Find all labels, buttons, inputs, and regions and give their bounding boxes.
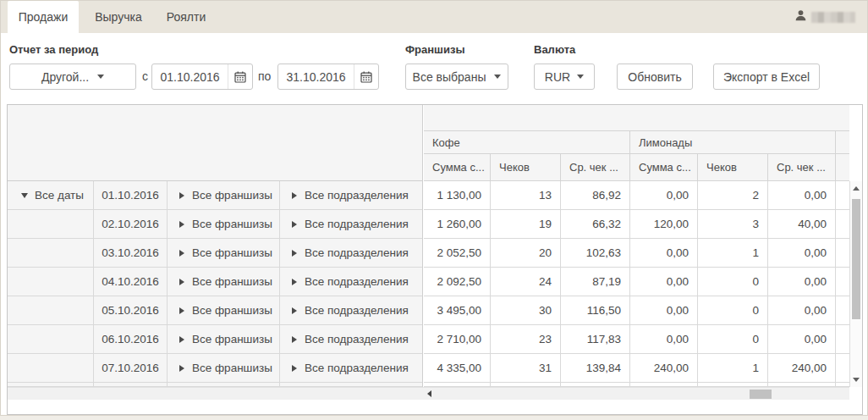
coffee-avg-cell: 117,83	[561, 325, 630, 354]
coffee-sum-cell: 2 052,50	[424, 239, 491, 268]
subheader-avg-check: Ср. чек ...	[768, 154, 836, 181]
table-row: 3 495,00 30 116,50 0,00 0 0,00	[424, 296, 849, 325]
franchise-expander[interactable]: Все франшизы	[168, 296, 280, 325]
lemonade-sum-cell: 0,00	[630, 181, 698, 210]
coffee-checks-cell: 19	[491, 210, 561, 239]
franchise-expander[interactable]: Все франшизы	[168, 268, 280, 296]
horizontal-scrollbar[interactable]	[8, 387, 849, 400]
lemonade-sum-cell: 0,00	[630, 239, 698, 268]
franchise-expander[interactable]: Все франшизы	[168, 210, 280, 239]
expand-icon	[292, 279, 297, 285]
franchises-select[interactable]: Все выбраны	[405, 64, 508, 90]
scroll-down-icon[interactable]	[853, 378, 860, 382]
lemonade-sum-cell: 0,00	[630, 325, 698, 354]
clipped-column-cell	[836, 239, 849, 268]
division-expander[interactable]: Все подразделения	[280, 325, 422, 354]
lemonade-checks-cell: 0	[698, 296, 768, 325]
all-dates-label: Все даты	[35, 189, 84, 202]
expand-icon	[179, 279, 184, 285]
expand-icon	[292, 250, 297, 257]
date-cell: 04.10.2016	[94, 268, 168, 296]
division-label: Все подразделения	[305, 304, 409, 317]
date-cell: 03.10.2016	[94, 239, 168, 268]
report-window: Продажи Выручка Роялти Отчет за период Ф…	[0, 0, 868, 416]
coffee-checks-cell: 31	[491, 354, 561, 383]
calendar-icon[interactable]	[228, 64, 252, 89]
calendar-icon[interactable]	[354, 64, 378, 89]
expand-icon	[179, 221, 184, 228]
franchise-expander[interactable]: Все франшизы	[168, 325, 280, 354]
to-label: по	[258, 69, 271, 83]
subheader-checks: Чеков	[491, 154, 561, 181]
franchise-label: Все франшизы	[192, 189, 272, 202]
period-label: Отчет за период	[9, 43, 98, 56]
date-cell: 02.10.2016	[94, 210, 168, 239]
coffee-checks-cell: 23	[491, 325, 561, 354]
table-row: 2 710,00 23 117,83 0,00 0 0,00	[424, 325, 849, 354]
export-excel-button[interactable]: Экспорт в Excel	[713, 64, 820, 90]
coffee-sum-cell: 4 335,00	[424, 354, 491, 383]
franchise-label: Все франшизы	[192, 333, 272, 345]
tab-revenue[interactable]: Выручка	[85, 1, 151, 33]
division-label: Все подразделения	[305, 333, 409, 345]
lemonade-avg-cell: 240,00	[768, 354, 836, 383]
clipped-column-header	[836, 131, 849, 154]
coffee-avg-cell: 139,84	[561, 354, 630, 383]
division-expander[interactable]: Все подразделения	[280, 181, 422, 210]
empty-group-cell	[8, 210, 94, 239]
tab-royalty[interactable]: Роялти	[158, 1, 214, 33]
lemonade-avg-cell: 0,00	[768, 325, 836, 354]
expand-icon	[179, 307, 184, 314]
vertical-scrollbar[interactable]	[849, 181, 862, 387]
division-label: Все подразделения	[305, 246, 409, 259]
currency-select[interactable]: RUR	[534, 64, 595, 90]
division-expander[interactable]: Все подразделения	[280, 354, 422, 383]
period-preset-select[interactable]: Другой...	[9, 64, 136, 90]
table-row: 07.10.2016 Все франшизы Все подразделени…	[8, 354, 422, 383]
clipped-column-cell	[836, 325, 849, 354]
franchise-label: Все франшизы	[192, 246, 272, 259]
lemonade-checks-cell: 0	[698, 325, 768, 354]
horizontal-scrollbar-thumb[interactable]	[750, 390, 772, 399]
date-cell: 06.10.2016	[94, 325, 168, 354]
vertical-scrollbar-thumb[interactable]	[852, 199, 860, 319]
table-row: 2 052,50 20 102,63 0,00 1 0,00	[424, 239, 849, 268]
scroll-up-icon[interactable]	[853, 186, 860, 191]
table-row: 1 130,00 13 86,92 0,00 2 0,00	[424, 181, 849, 210]
header-left-empty-cell	[8, 105, 423, 181]
refresh-button[interactable]: Обновить	[617, 64, 693, 90]
clipped-column-cell	[836, 210, 849, 239]
franchise-expander[interactable]: Все франшизы	[168, 354, 280, 383]
division-label: Все подразделения	[305, 362, 409, 374]
division-expander[interactable]: Все подразделения	[280, 296, 422, 325]
user-menu[interactable]	[794, 10, 855, 24]
date-to-input[interactable]: 31.10.2016	[277, 64, 379, 90]
table-row: 4 335,00 31 139,84 240,00 1 240,00	[424, 354, 849, 383]
expand-icon	[292, 307, 297, 314]
clipped-column-cell	[836, 181, 849, 210]
franchise-expander[interactable]: Все франшизы	[168, 239, 280, 268]
table-data-columns: 1 130,00 13 86,92 0,00 2 0,00 1 260,00 1…	[424, 181, 849, 387]
column-group-lemonades: Лимонады	[630, 131, 836, 154]
coffee-sum-cell: 2 710,00	[424, 325, 491, 354]
user-icon	[794, 9, 807, 25]
date-from-value: 01.10.2016	[152, 70, 228, 84]
division-expander[interactable]: Все подразделения	[280, 239, 422, 268]
lemonade-sum-cell: 240,00	[630, 354, 698, 383]
all-dates-expander[interactable]: Все даты	[8, 181, 94, 210]
coffee-avg-cell: 87,19	[561, 268, 630, 296]
franchise-expander[interactable]: Все франшизы	[168, 181, 280, 210]
tab-sales[interactable]: Продажи	[8, 1, 79, 33]
coffee-avg-cell: 102,63	[561, 239, 630, 268]
lemonade-checks-cell: 1	[698, 239, 768, 268]
scroll-left-icon[interactable]	[427, 390, 431, 397]
division-expander[interactable]: Все подразделения	[280, 268, 422, 296]
column-group-coffee: Кофе	[424, 131, 630, 154]
lemonade-sum-cell: 0,00	[630, 268, 698, 296]
franchises-label: Франшизы	[405, 43, 465, 56]
empty-group-cell	[8, 239, 94, 268]
date-from-input[interactable]: 01.10.2016	[151, 64, 253, 90]
expand-icon	[179, 365, 184, 372]
coffee-checks-cell: 20	[491, 239, 561, 268]
division-expander[interactable]: Все подразделения	[280, 210, 422, 239]
